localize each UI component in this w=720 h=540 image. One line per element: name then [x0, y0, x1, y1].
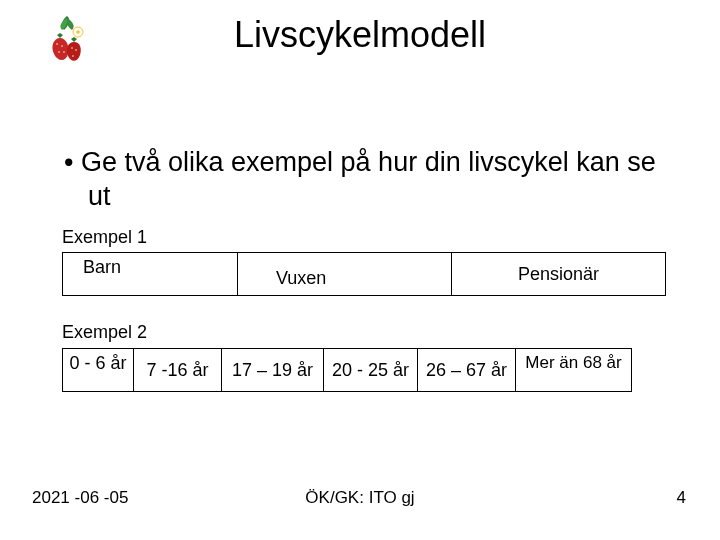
example1-row: Barn Vuxen Pensionär — [62, 252, 666, 296]
example1-cell: Barn — [62, 252, 238, 296]
bullet-item: • Ge två olika exempel på hur din livscy… — [64, 146, 680, 214]
example2-cell: 20 - 25 år — [324, 348, 418, 392]
slide-title: Livscykelmodell — [0, 14, 720, 56]
example2-cell: 17 – 19 år — [222, 348, 324, 392]
example2-cell: Mer än 68 år — [516, 348, 632, 392]
example2-cell: 7 -16 år — [134, 348, 222, 392]
example1-cell: Vuxen — [238, 252, 452, 296]
example2-cell: 26 – 67 år — [418, 348, 516, 392]
example1-label: Exempel 1 — [62, 227, 147, 248]
example2-label: Exempel 2 — [62, 322, 147, 343]
footer-center: ÖK/GK: ITO gj — [0, 488, 720, 508]
example2-cell: 0 - 6 år — [62, 348, 134, 392]
example2-row: 0 - 6 år 7 -16 år 17 – 19 år 20 - 25 år … — [62, 348, 632, 392]
example1-cell: Pensionär — [452, 252, 666, 296]
footer-page-number: 4 — [677, 488, 686, 508]
